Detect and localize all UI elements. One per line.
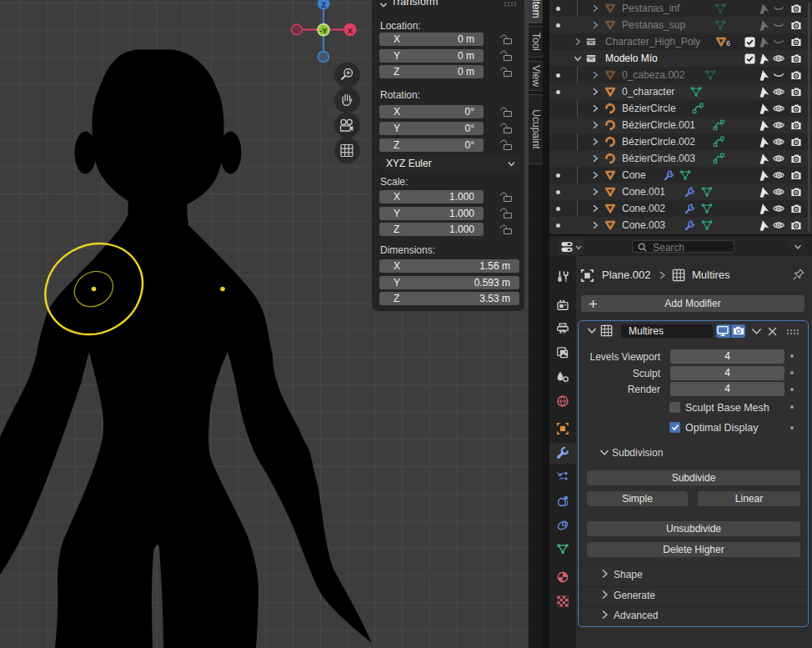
svg-text:X: X [348, 26, 353, 35]
svg-text:Z: Z [321, 0, 326, 9]
svg-text:-Y: -Y [320, 27, 328, 35]
